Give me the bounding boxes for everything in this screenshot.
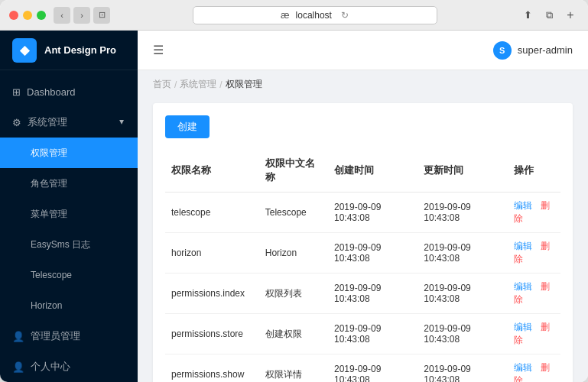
cell-actions: 编辑 删除 — [508, 233, 560, 274]
cell-cn-name: 权限详情 — [259, 354, 328, 383]
cell-name: telescope — [165, 193, 259, 233]
share-button[interactable]: ⬆ — [519, 7, 536, 24]
cell-actions: 编辑 删除 — [508, 314, 560, 354]
edit-button[interactable]: 编辑 — [514, 241, 532, 251]
col-actions: 操作 — [508, 149, 560, 193]
new-tab-button[interactable]: ⧉ — [541, 7, 557, 24]
sidebar-item-easysms[interactable]: EasySms 日志 — [0, 229, 138, 260]
sidebar-item-menus-label: 菜单管理 — [31, 208, 67, 221]
logo-symbol: ◆ — [20, 43, 29, 57]
cell-cn-name: 权限列表 — [259, 274, 328, 314]
traffic-lights — [9, 11, 46, 20]
sidebar-item-horizon-label: Horizon — [31, 300, 62, 311]
maximize-window-button[interactable] — [37, 11, 46, 20]
cell-created: 2019-09-09 10:43:08 — [328, 193, 417, 233]
edit-button[interactable]: 编辑 — [514, 322, 532, 332]
breadcrumb-sep-1: / — [174, 79, 177, 90]
cell-updated: 2019-09-09 10:43:08 — [417, 314, 507, 354]
cell-cn-name: 创建权限 — [259, 314, 328, 354]
breadcrumb: 首页 / 系统管理 / 权限管理 — [138, 70, 588, 96]
create-button[interactable]: 创建 — [165, 115, 210, 138]
refresh-icon[interactable]: ↻ — [341, 10, 349, 21]
sidebar-item-permissions[interactable]: 权限管理 — [0, 138, 138, 168]
cell-actions: 编辑 删除 — [508, 274, 560, 314]
table-header-row: 权限名称 权限中文名称 创建时间 更新时间 操作 — [165, 149, 560, 193]
titlebar-actions: ⬆ ⧉ + — [519, 7, 579, 24]
sidebar-item-system[interactable]: ⚙ 系统管理 ▲ — [0, 107, 138, 138]
cell-updated: 2019-09-09 10:43:08 — [417, 193, 507, 233]
sidebar-item-admin-label: 管理员管理 — [31, 329, 80, 343]
sidebar-item-telescope[interactable]: Telescope — [0, 260, 138, 290]
sidebar-item-dashboard-label: Dashboard — [27, 86, 76, 98]
sidebar-item-roles-label: 角色管理 — [31, 177, 67, 190]
sidebar-item-admin[interactable]: 👤 管理员管理 — [0, 321, 138, 351]
chevron-up-icon: ▲ — [118, 118, 125, 127]
topbar-right: S super-admin — [493, 41, 573, 60]
minimize-window-button[interactable] — [23, 11, 32, 20]
cell-updated: 2019-09-09 10:43:08 — [417, 354, 507, 383]
avatar-text: S — [499, 46, 505, 55]
cell-cn-name: Horizon — [259, 233, 328, 274]
cell-created: 2019-09-09 10:43:08 — [328, 314, 417, 354]
content-card: 创建 权限名称 权限中文名称 创建时间 更新时间 操作 — [153, 103, 573, 382]
sidebar-item-roles[interactable]: 角色管理 — [0, 168, 138, 199]
address-bar: æ localhost ↻ — [122, 6, 507, 24]
edit-button[interactable]: 编辑 — [514, 362, 532, 373]
cell-updated: 2019-09-09 10:43:08 — [417, 274, 507, 314]
cell-cn-name: Telescope — [259, 193, 328, 233]
edit-button[interactable]: 编辑 — [514, 281, 532, 292]
cell-created: 2019-09-09 10:43:08 — [328, 274, 417, 314]
cell-name: horizon — [165, 233, 259, 274]
sidebar-item-dashboard[interactable]: ⊞ Dashboard — [0, 76, 138, 107]
cell-actions: 编辑 删除 — [508, 354, 560, 383]
topbar-left: ☰ — [153, 43, 164, 57]
app-window: ‹ › ⊡ æ localhost ↻ ⬆ ⧉ + ◆ Ant Design P… — [0, 0, 588, 382]
breadcrumb-home[interactable]: 首页 — [153, 78, 171, 91]
logo-icon: ◆ — [12, 38, 37, 63]
cell-actions: 编辑 删除 — [508, 193, 560, 233]
col-created: 创建时间 — [328, 149, 417, 193]
add-button[interactable]: + — [562, 7, 579, 24]
main-content: ☰ S super-admin 首页 / 系统管理 / 权限管理 — [138, 31, 588, 382]
titlebar: ‹ › ⊡ æ localhost ↻ ⬆ ⧉ + — [0, 0, 588, 31]
cell-updated: 2019-09-09 10:43:08 — [417, 233, 507, 274]
edit-button[interactable]: 编辑 — [514, 200, 532, 211]
admin-icon: 👤 — [12, 331, 24, 342]
col-cn-name: 权限中文名称 — [259, 149, 328, 193]
back-button[interactable]: ‹ — [54, 7, 70, 24]
dashboard-icon: ⊞ — [12, 86, 21, 98]
sidebar-item-permissions-label: 权限管理 — [31, 147, 67, 160]
forward-button[interactable]: › — [73, 7, 90, 24]
personal-icon: 👤 — [12, 361, 24, 373]
logo-text: Ant Design Pro — [44, 44, 116, 56]
table-row: permissions.index 权限列表 2019-09-09 10:43:… — [165, 274, 560, 314]
close-window-button[interactable] — [9, 11, 18, 20]
sidebar-item-system-label: 系统管理 — [28, 115, 67, 129]
table-row: permissions.show 权限详情 2019-09-09 10:43:0… — [165, 354, 560, 383]
topbar: ☰ S super-admin — [138, 31, 588, 70]
cell-created: 2019-09-09 10:43:08 — [328, 233, 417, 274]
nav-buttons: ‹ › — [54, 7, 90, 24]
cell-created: 2019-09-09 10:43:08 — [328, 354, 417, 383]
sidebar-logo: ◆ Ant Design Pro — [0, 31, 138, 70]
breadcrumb-system[interactable]: 系统管理 — [180, 78, 216, 91]
sidebar: ◆ Ant Design Pro ⊞ Dashboard ⚙ 系统管理 ▲ — [0, 31, 138, 382]
address-text[interactable]: localhost — [296, 10, 332, 21]
content-area: 创建 权限名称 权限中文名称 创建时间 更新时间 操作 — [138, 96, 588, 382]
permissions-table: 权限名称 权限中文名称 创建时间 更新时间 操作 telescope Teles… — [165, 149, 560, 382]
col-name: 权限名称 — [165, 149, 259, 193]
sidebar-item-easysms-label: EasySms 日志 — [31, 238, 90, 251]
sidebar-item-menus[interactable]: 菜单管理 — [0, 199, 138, 229]
table-row: telescope Telescope 2019-09-09 10:43:08 … — [165, 193, 560, 233]
sidebar-menu: ⊞ Dashboard ⚙ 系统管理 ▲ 权限管理 角色管理 — [0, 70, 138, 382]
sidebar-item-personal-label: 个人中心 — [31, 360, 70, 374]
app-body: ◆ Ant Design Pro ⊞ Dashboard ⚙ 系统管理 ▲ — [0, 31, 588, 382]
breadcrumb-sep-2: / — [219, 79, 222, 90]
user-name[interactable]: super-admin — [518, 44, 573, 56]
sidebar-item-horizon[interactable]: Horizon — [0, 290, 138, 321]
table-row: horizon Horizon 2019-09-09 10:43:08 2019… — [165, 233, 560, 274]
sidebar-item-personal[interactable]: 👤 个人中心 — [0, 351, 138, 382]
avatar: S — [493, 41, 512, 60]
hamburger-button[interactable]: ☰ — [153, 43, 164, 57]
cell-name: permissions.show — [165, 354, 259, 383]
